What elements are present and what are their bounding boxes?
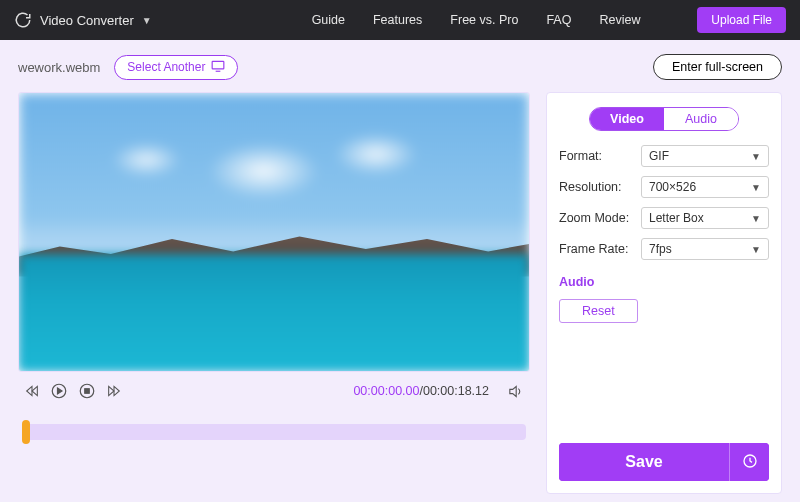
row-zoom: Zoom Mode: Letter Box ▼	[559, 207, 769, 229]
current-filename: wework.webm	[18, 60, 100, 75]
nav-free-vs-pro[interactable]: Free vs. Pro	[450, 13, 518, 27]
value-zoom: Letter Box	[649, 211, 704, 225]
app-header: Video Converter ▼ Guide Features Free vs…	[0, 0, 800, 40]
monitor-icon	[211, 60, 225, 75]
chevron-down-icon: ▼	[751, 213, 761, 224]
fullscreen-button[interactable]: Enter full-screen	[653, 54, 782, 80]
save-button[interactable]: Save	[559, 443, 729, 481]
row-framerate: Frame Rate: 7fps ▼	[559, 238, 769, 260]
main-area: 00:00:00.00/00:00:18.12 Video Audio Form…	[0, 92, 800, 502]
video-preview[interactable]	[18, 92, 530, 372]
label-framerate: Frame Rate:	[559, 242, 641, 256]
transport-icons	[24, 382, 122, 400]
label-zoom: Zoom Mode:	[559, 211, 641, 225]
select-zoom[interactable]: Letter Box ▼	[641, 207, 769, 229]
settings-tabs: Video Audio	[589, 107, 739, 131]
nav-features[interactable]: Features	[373, 13, 422, 27]
skip-back-icon[interactable]	[24, 383, 40, 399]
timeline-area	[18, 406, 530, 440]
refresh-icon	[14, 11, 32, 29]
clock-icon	[742, 453, 758, 472]
brand[interactable]: Video Converter ▼	[14, 11, 152, 29]
svg-marker-2	[32, 386, 37, 395]
skip-forward-icon[interactable]	[106, 383, 122, 399]
tab-audio[interactable]: Audio	[664, 108, 738, 130]
nav-faq[interactable]: FAQ	[546, 13, 571, 27]
select-another-label: Select Another	[127, 60, 205, 74]
sub-toolbar: wework.webm Select Another Enter full-sc…	[0, 40, 800, 92]
reset-button[interactable]: Reset	[559, 299, 638, 323]
svg-rect-6	[85, 389, 90, 394]
preview-water	[19, 254, 529, 371]
brand-label: Video Converter	[40, 13, 134, 28]
select-framerate[interactable]: 7fps ▼	[641, 238, 769, 260]
chevron-down-icon: ▼	[751, 151, 761, 162]
label-resolution: Resolution:	[559, 180, 641, 194]
player-controls: 00:00:00.00/00:00:18.12	[18, 372, 530, 406]
settings-panel: Video Audio Format: GIF ▼ Resolution: 70…	[546, 92, 782, 494]
top-nav: Guide Features Free vs. Pro FAQ Review	[312, 13, 641, 27]
select-format[interactable]: GIF ▼	[641, 145, 769, 167]
svg-marker-9	[510, 386, 516, 396]
time-total: 00:00:18.12	[423, 384, 489, 398]
value-framerate: 7fps	[649, 242, 672, 256]
svg-marker-7	[109, 386, 114, 395]
panel-footer: Save	[559, 443, 769, 481]
svg-marker-4	[58, 388, 63, 394]
play-icon[interactable]	[50, 382, 68, 400]
svg-rect-0	[213, 61, 225, 69]
timeline-handle[interactable]	[22, 420, 30, 444]
nav-review[interactable]: Review	[599, 13, 640, 27]
upload-file-button[interactable]: Upload File	[697, 7, 786, 33]
row-resolution: Resolution: 700×526 ▼	[559, 176, 769, 198]
value-resolution: 700×526	[649, 180, 696, 194]
value-format: GIF	[649, 149, 669, 163]
nav-guide[interactable]: Guide	[312, 13, 345, 27]
label-format: Format:	[559, 149, 641, 163]
audio-section-title: Audio	[559, 275, 769, 289]
volume-icon[interactable]	[507, 383, 524, 400]
stop-icon[interactable]	[78, 382, 96, 400]
chevron-down-icon: ▼	[751, 182, 761, 193]
save-history-button[interactable]	[729, 443, 769, 481]
player-column: 00:00:00.00/00:00:18.12	[18, 92, 530, 494]
tab-video[interactable]: Video	[590, 108, 664, 130]
select-resolution[interactable]: 700×526 ▼	[641, 176, 769, 198]
chevron-down-icon: ▼	[142, 15, 152, 26]
time-current: 00:00:00.00	[353, 384, 419, 398]
chevron-down-icon: ▼	[751, 244, 761, 255]
select-another-button[interactable]: Select Another	[114, 55, 238, 80]
row-format: Format: GIF ▼	[559, 145, 769, 167]
time-display: 00:00:00.00/00:00:18.12	[353, 384, 489, 398]
timeline-track[interactable]	[22, 424, 526, 440]
